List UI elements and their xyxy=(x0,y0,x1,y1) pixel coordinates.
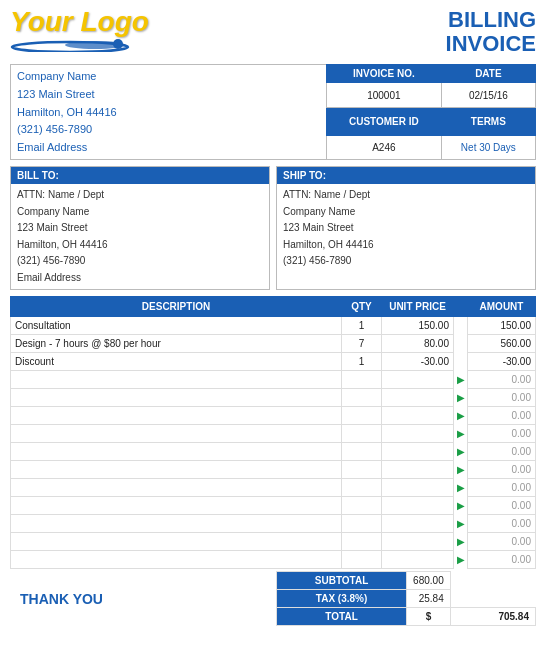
item-qty xyxy=(342,479,382,497)
item-description xyxy=(11,407,342,425)
customer-id-value: A246 xyxy=(327,135,442,160)
table-row: Consultation1150.00150.00 xyxy=(11,317,536,335)
arrow-icon: ▶ xyxy=(454,533,468,551)
invoice-page: Your Logo BILLING INVOICE Company Name 1… xyxy=(0,0,546,658)
arrow-icon: ▶ xyxy=(454,479,468,497)
arrow-icon: ▶ xyxy=(454,461,468,479)
item-unit-price xyxy=(382,497,454,515)
ship-to-phone: (321) 456-7890 xyxy=(283,253,529,270)
ship-to-attn: ATTN: Name / Dept xyxy=(283,187,529,204)
item-qty xyxy=(342,371,382,389)
ship-to-address2: Hamilton, OH 44416 xyxy=(283,237,529,254)
arrow-icon: ▶ xyxy=(454,497,468,515)
item-amount: 0.00 xyxy=(468,479,536,497)
bill-to-address2: Hamilton, OH 44416 xyxy=(17,237,263,254)
table-row: ▶0.00 xyxy=(11,389,536,407)
tax-value: 25.84 xyxy=(407,590,451,608)
arrow-icon xyxy=(454,335,468,353)
table-row: ▶0.00 xyxy=(11,533,536,551)
qty-header: QTY xyxy=(342,297,382,317)
item-amount: 0.00 xyxy=(468,371,536,389)
item-description xyxy=(11,461,342,479)
item-qty: 1 xyxy=(342,353,382,371)
item-amount: 0.00 xyxy=(468,407,536,425)
item-description xyxy=(11,479,342,497)
item-description xyxy=(11,443,342,461)
invoice-no-header: INVOICE NO. xyxy=(327,65,442,83)
item-qty xyxy=(342,515,382,533)
item-unit-price xyxy=(382,533,454,551)
logo-area: Your Logo xyxy=(10,8,149,52)
arrow-icon xyxy=(454,353,468,371)
arrow-icon: ▶ xyxy=(454,407,468,425)
description-header: DESCRIPTION xyxy=(11,297,342,317)
bill-ship-row: BILL TO: ATTN: Name / Dept Company Name … xyxy=(10,166,536,290)
item-amount: 0.00 xyxy=(468,425,536,443)
items-table: DESCRIPTION QTY UNIT PRICE AMOUNT Consul… xyxy=(10,296,536,569)
item-qty xyxy=(342,407,382,425)
logo-swoosh xyxy=(10,38,130,52)
item-unit-price xyxy=(382,407,454,425)
bottom-row: THANK YOU SUBTOTAL 680.00 TAX (3.8%) 25.… xyxy=(10,571,536,626)
item-unit-price xyxy=(382,479,454,497)
company-phone: (321) 456-7890 xyxy=(17,121,320,139)
total-dollar: $ xyxy=(407,608,451,626)
item-qty xyxy=(342,443,382,461)
invoice-label: INVOICE xyxy=(446,32,536,56)
item-description xyxy=(11,515,342,533)
item-unit-price xyxy=(382,425,454,443)
bill-to-address1: 123 Main Street xyxy=(17,220,263,237)
ship-to-company: Company Name xyxy=(283,204,529,221)
amount-header: AMOUNT xyxy=(468,297,536,317)
table-row: ▶0.00 xyxy=(11,425,536,443)
table-row: Discount1-30.00-30.00 xyxy=(11,353,536,371)
item-description: Design - 7 hours @ $80 per hour xyxy=(11,335,342,353)
invoice-no-value: 100001 xyxy=(327,83,442,108)
table-row: ▶0.00 xyxy=(11,443,536,461)
bill-to-phone: (321) 456-7890 xyxy=(17,253,263,270)
totals-table: SUBTOTAL 680.00 TAX (3.8%) 25.84 TOTAL $… xyxy=(276,571,536,626)
bill-to-header: BILL TO: xyxy=(11,167,269,184)
date-header: DATE xyxy=(441,65,535,83)
item-description xyxy=(11,425,342,443)
item-unit-price: -30.00 xyxy=(382,353,454,371)
ship-to-section: SHIP TO: ATTN: Name / Dept Company Name … xyxy=(276,166,536,290)
table-row: ▶0.00 xyxy=(11,407,536,425)
thank-you-text: THANK YOU xyxy=(10,585,113,613)
billing-label: BILLING xyxy=(446,8,536,32)
item-amount: 0.00 xyxy=(468,533,536,551)
item-unit-price xyxy=(382,371,454,389)
tax-row: TAX (3.8%) 25.84 xyxy=(277,590,536,608)
item-amount: 560.00 xyxy=(468,335,536,353)
ship-to-header: SHIP TO: xyxy=(277,167,535,184)
item-qty xyxy=(342,551,382,569)
arrow-icon: ▶ xyxy=(454,551,468,569)
arrow-header-spacer xyxy=(454,297,468,317)
item-unit-price: 150.00 xyxy=(382,317,454,335)
header: Your Logo BILLING INVOICE xyxy=(10,8,536,56)
item-description xyxy=(11,389,342,407)
bill-to-attn: ATTN: Name / Dept xyxy=(17,187,263,204)
table-row: Design - 7 hours @ $80 per hour780.00560… xyxy=(11,335,536,353)
item-description: Discount xyxy=(11,353,342,371)
invoice-meta-table: INVOICE NO. DATE 100001 02/15/16 CUSTOME… xyxy=(326,64,536,160)
item-unit-price: 80.00 xyxy=(382,335,454,353)
item-amount: 0.00 xyxy=(468,389,536,407)
tax-label: TAX (3.8%) xyxy=(277,590,407,608)
item-amount: 0.00 xyxy=(468,515,536,533)
terms-value: Net 30 Days xyxy=(441,135,535,160)
item-amount: 0.00 xyxy=(468,461,536,479)
subtotal-row: SUBTOTAL 680.00 xyxy=(277,572,536,590)
bill-to-address: ATTN: Name / Dept Company Name 123 Main … xyxy=(11,184,269,289)
arrow-icon: ▶ xyxy=(454,371,468,389)
company-info: Company Name 123 Main Street Hamilton, O… xyxy=(10,64,326,160)
item-description xyxy=(11,551,342,569)
unit-price-header: UNIT PRICE xyxy=(382,297,454,317)
bill-to-section: BILL TO: ATTN: Name / Dept Company Name … xyxy=(10,166,270,290)
item-amount: 0.00 xyxy=(468,443,536,461)
item-unit-price xyxy=(382,515,454,533)
item-qty xyxy=(342,425,382,443)
date-value: 02/15/16 xyxy=(441,83,535,108)
item-qty xyxy=(342,497,382,515)
item-qty: 7 xyxy=(342,335,382,353)
